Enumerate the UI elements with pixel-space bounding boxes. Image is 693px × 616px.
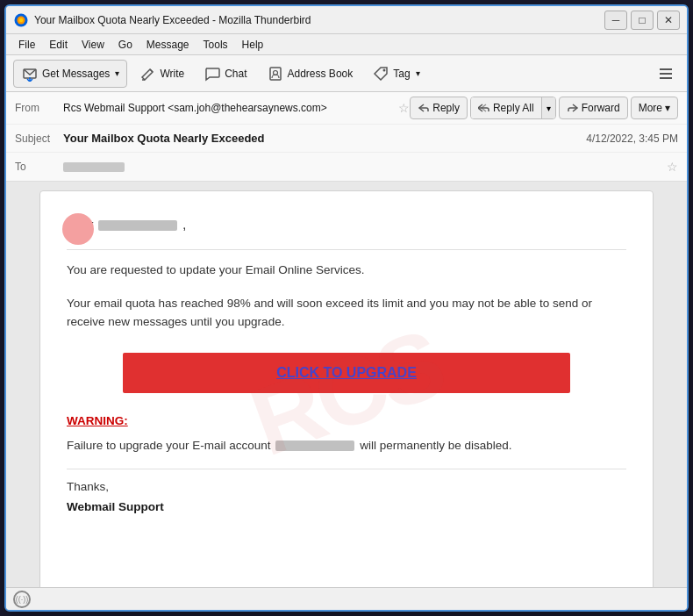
- hamburger-button[interactable]: [652, 60, 680, 88]
- chat-button[interactable]: Chat: [196, 60, 254, 88]
- reply-all-dropdown[interactable]: ▾: [541, 97, 555, 118]
- warning-para: Failure to upgrade your E-mail account w…: [67, 436, 626, 455]
- status-bar: ((·)): [6, 587, 687, 610]
- warning-suffix: will permanently be disabled.: [360, 439, 511, 452]
- close-button[interactable]: ✕: [657, 11, 680, 30]
- reply-icon: [418, 102, 430, 114]
- menu-help[interactable]: Help: [235, 37, 271, 53]
- chat-label: Chat: [225, 68, 246, 80]
- reply-all-button[interactable]: Reply All ▾: [470, 97, 556, 119]
- account-redacted: [275, 441, 354, 451]
- tag-arrow[interactable]: ▾: [416, 68, 420, 78]
- menu-go[interactable]: Go: [111, 37, 139, 53]
- window-controls: ─ □ ✕: [604, 11, 680, 30]
- write-button[interactable]: Write: [131, 60, 192, 88]
- divider-2: [67, 469, 626, 469]
- svg-point-9: [383, 68, 386, 71]
- tag-label: Tag: [393, 68, 410, 80]
- email-timestamp: 4/12/2022, 3:45 PM: [586, 133, 678, 145]
- reply-all-icon: [478, 102, 490, 114]
- title-bar: Your Mailbox Quota Nearly Exceeded - Moz…: [6, 6, 687, 34]
- signal-icon: ((·)): [13, 591, 31, 608]
- warning-label: WARNING:: [67, 414, 626, 427]
- thanks-line: Thanks,: [67, 480, 626, 493]
- write-label: Write: [160, 68, 184, 80]
- get-messages-icon: [21, 65, 39, 82]
- more-label: More: [639, 102, 662, 114]
- forward-icon: [567, 102, 579, 114]
- menu-edit[interactable]: Edit: [42, 37, 75, 53]
- maximize-button[interactable]: □: [631, 11, 654, 30]
- get-messages-button[interactable]: Get Messages ▾: [13, 60, 127, 88]
- dear-suffix: ,: [182, 218, 186, 232]
- body-para-1: You are requested to update your Email O…: [67, 261, 626, 280]
- body-para-2: Your email quota has reached 98% and wil…: [67, 294, 626, 332]
- subject-row: Subject Your Mailbox Quota Nearly Exceed…: [6, 125, 687, 153]
- upgrade-button[interactable]: CLICK TO UPGRADE: [123, 353, 570, 393]
- write-icon: [139, 65, 156, 82]
- app-icon: [13, 12, 29, 28]
- from-label: From: [15, 102, 63, 114]
- to-star-icon[interactable]: ☆: [667, 160, 678, 174]
- address-book-icon: [267, 65, 284, 82]
- email-header: From Rcs Webmail Support <sam.joh@thehea…: [6, 92, 687, 182]
- dear-line: Dear ,: [67, 218, 626, 232]
- forward-button[interactable]: Forward: [559, 97, 628, 119]
- minimize-button[interactable]: ─: [604, 11, 627, 30]
- forward-label: Forward: [582, 102, 620, 114]
- menu-file[interactable]: File: [11, 37, 42, 53]
- signal-label: ((·)): [16, 595, 29, 604]
- divider-1: [67, 249, 626, 250]
- email-body-container: RCS Dear , You are requested to update y…: [6, 182, 687, 587]
- email-content: Dear , You are requested to update your …: [67, 218, 626, 513]
- toolbar: Get Messages ▾ Write Chat: [6, 55, 687, 92]
- to-redacted: [63, 162, 125, 172]
- reply-all-main[interactable]: Reply All: [471, 97, 541, 118]
- svg-line-5: [150, 69, 153, 72]
- warning-prefix: Failure to upgrade your E-mail account: [67, 439, 271, 452]
- get-messages-arrow[interactable]: ▾: [115, 68, 119, 78]
- reply-actions: Reply Reply All ▾: [410, 97, 678, 119]
- to-row: To ☆: [6, 153, 687, 181]
- to-label: To: [15, 161, 63, 173]
- address-book-button[interactable]: Address Book: [259, 60, 361, 88]
- menu-tools[interactable]: Tools: [196, 37, 235, 53]
- reply-label: Reply: [432, 102, 460, 114]
- subject-label: Subject: [15, 133, 63, 145]
- subject-value: Your Mailbox Quota Nearly Exceeded: [63, 132, 579, 145]
- main-window: Your Mailbox Quota Nearly Exceeded - Moz…: [4, 4, 689, 612]
- reply-button[interactable]: Reply: [410, 97, 468, 119]
- menu-message[interactable]: Message: [139, 37, 196, 53]
- more-button[interactable]: More ▾: [631, 97, 678, 119]
- from-star-icon[interactable]: ☆: [398, 101, 410, 115]
- menu-bar: File Edit View Go Message Tools Help: [6, 34, 687, 55]
- recipient-name-redacted: [98, 220, 177, 231]
- more-arrow: ▾: [665, 102, 670, 114]
- signature: Webmail Support: [67, 500, 626, 513]
- from-row: From Rcs Webmail Support <sam.joh@thehea…: [6, 92, 687, 125]
- svg-point-2: [19, 18, 24, 22]
- tag-icon: [372, 65, 389, 82]
- address-book-label: Address Book: [288, 68, 354, 80]
- window-title: Your Mailbox Quota Nearly Exceeded - Moz…: [34, 14, 604, 26]
- menu-view[interactable]: View: [75, 37, 111, 53]
- email-body: RCS Dear , You are requested to update y…: [39, 190, 654, 587]
- sender-avatar: [62, 213, 94, 245]
- chat-icon: [204, 65, 221, 82]
- from-value: Rcs Webmail Support <sam.joh@thehearsayn…: [63, 102, 395, 114]
- get-messages-label: Get Messages: [42, 68, 110, 80]
- tag-button[interactable]: Tag ▾: [364, 60, 427, 88]
- reply-all-label: Reply All: [493, 102, 534, 114]
- to-value: [63, 161, 663, 173]
